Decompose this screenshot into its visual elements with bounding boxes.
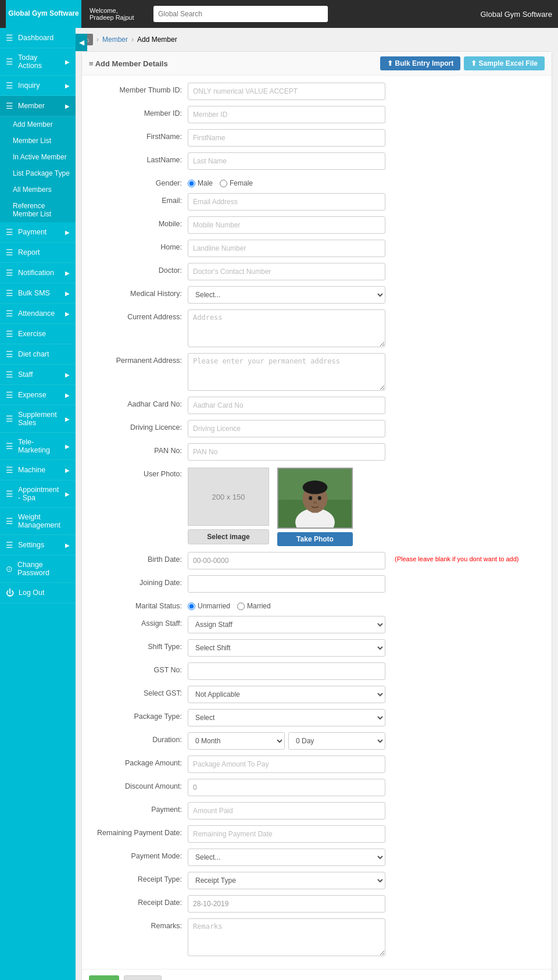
sidebar-item-attendance[interactable]: ☰ Attendance ▶ xyxy=(0,304,76,324)
marital-status-unmarried-option[interactable]: Unmarried xyxy=(188,602,230,610)
save-button[interactable]: Save xyxy=(89,975,119,980)
receipt-type-label: Receipt Type: xyxy=(89,872,182,883)
sidebar-item-change-password[interactable]: ⊙ Change Password xyxy=(0,555,76,583)
sidebar-item-member[interactable]: ☰ Member ▶ xyxy=(0,96,76,116)
sidebar-item-exercise[interactable]: ☰ Exercise xyxy=(0,324,76,344)
assign-staff-select[interactable]: Assign Staff xyxy=(188,616,385,633)
last-name-input[interactable] xyxy=(188,152,385,170)
breadcrumb: ⌂ › Member › Add Member xyxy=(81,34,552,45)
duration-month-select[interactable]: 0 Month xyxy=(188,732,285,750)
header-buttons: ⬆ Bulk Entry Import ⬆ Sample Excel File xyxy=(380,56,545,70)
sidebar-toggle[interactable]: ◀ xyxy=(76,34,87,51)
sidebar-item-settings[interactable]: ☰ Settings ▶ xyxy=(0,535,76,555)
gender-female-option[interactable]: Female xyxy=(220,179,253,187)
sidebar-subitem-member-list[interactable]: Member List xyxy=(0,133,76,149)
mobile-input[interactable] xyxy=(188,216,385,234)
marital-status-row: Marital Status: Unmarried Married xyxy=(89,598,545,610)
aadhar-card-input[interactable] xyxy=(188,397,385,414)
sidebar-subitem-all-members[interactable]: All Members xyxy=(0,181,76,198)
sidebar-item-report[interactable]: ☰ Report xyxy=(0,243,76,263)
sidebar-item-log-out[interactable]: ⏻ Log Out xyxy=(0,583,76,603)
sidebar-item-today-actions[interactable]: ☰ Today Actions ▶ xyxy=(0,48,76,76)
report-icon: ☰ xyxy=(6,248,13,257)
pan-no-input[interactable] xyxy=(188,443,385,461)
breadcrumb-member[interactable]: Member xyxy=(102,35,128,44)
sidebar-item-notification[interactable]: ☰ Notification ▶ xyxy=(0,263,76,283)
select-gst-select[interactable]: Not Applicable xyxy=(188,686,385,703)
sidebar-item-machine[interactable]: ☰ Machine ▶ xyxy=(0,460,76,480)
birth-date-label: Birth Date: xyxy=(89,552,182,564)
receipt-date-input[interactable] xyxy=(188,895,385,913)
content-area: ⌂ › Member › Add Member ≡ Add Member Det… xyxy=(76,28,558,980)
permanent-address-input[interactable] xyxy=(188,353,385,391)
receipt-type-select[interactable]: Receipt Type xyxy=(188,872,385,889)
driving-licence-input[interactable] xyxy=(188,420,385,437)
bulk-sms-icon: ☰ xyxy=(6,288,13,298)
medical-history-select[interactable]: Select... xyxy=(188,286,385,304)
gender-female-radio[interactable] xyxy=(220,180,227,187)
select-image-button[interactable]: Select image xyxy=(188,529,269,544)
marital-unmarried-radio[interactable] xyxy=(188,603,195,610)
chevron-right-icon: ▶ xyxy=(65,290,70,297)
payment-mode-select[interactable]: Select... Cash Card Online xyxy=(188,849,385,866)
remarks-input[interactable] xyxy=(188,918,385,956)
sidebar-subitem-list-package-type[interactable]: List Package Type xyxy=(0,165,76,181)
package-amount-input[interactable] xyxy=(188,756,385,773)
home-input[interactable] xyxy=(188,240,385,257)
sidebar-subitem-add-member[interactable]: Add Member xyxy=(0,116,76,133)
sidebar-item-inquiry[interactable]: ☰ Inquiry ▶ xyxy=(0,76,76,96)
notification-icon: ☰ xyxy=(6,268,13,277)
sidebar-item-bulk-sms[interactable]: ☰ Bulk SMS ▶ xyxy=(0,283,76,304)
discount-amount-label: Discount Amount: xyxy=(89,779,182,790)
doctor-label: Doctor: xyxy=(89,263,182,275)
email-input[interactable] xyxy=(188,193,385,211)
sidebar-item-tele-marketing[interactable]: ☰ Tele-Marketing ▶ xyxy=(0,433,76,460)
chevron-right-icon: ▶ xyxy=(65,416,70,422)
joining-date-input[interactable] xyxy=(188,575,385,593)
gender-male-radio[interactable] xyxy=(188,180,195,187)
change-password-icon: ⊙ xyxy=(6,564,13,573)
mobile-label: Mobile: xyxy=(89,216,182,228)
marital-status-married-option[interactable]: Married xyxy=(237,602,271,610)
payment-input[interactable] xyxy=(188,802,385,819)
birth-date-row: Birth Date: (Please leave blank if you d… xyxy=(89,552,545,569)
sidebar-item-dashboard[interactable]: ☰ Dashboard xyxy=(0,28,76,48)
member-id-input[interactable] xyxy=(188,106,385,123)
take-photo-button[interactable]: Take Photo xyxy=(277,532,353,546)
sidebar-item-diet-chart[interactable]: ☰ Diet chart xyxy=(0,344,76,365)
birth-date-input[interactable] xyxy=(188,552,385,569)
member-thumb-id-input[interactable] xyxy=(188,83,385,100)
site-name-header: Global Gym Software xyxy=(480,10,552,19)
remaining-payment-date-input[interactable] xyxy=(188,825,385,843)
member-thumb-id-label: Member Thumb ID: xyxy=(89,83,182,94)
sample-excel-button[interactable]: ⬆ Sample Excel File xyxy=(464,56,545,70)
user-photo-label: User Photo: xyxy=(89,466,182,478)
cancel-button[interactable]: Cancel xyxy=(124,975,162,980)
duration-day-select[interactable]: 0 Day xyxy=(288,732,385,750)
current-address-input[interactable] xyxy=(188,309,385,347)
sidebar-item-payment[interactable]: ☰ Payment ▶ xyxy=(0,222,76,243)
chevron-right-icon: ▶ xyxy=(65,270,70,276)
package-amount-label: Package Amount: xyxy=(89,756,182,767)
sidebar-item-supplement-sales[interactable]: ☰ Supplement Sales ▶ xyxy=(0,405,76,433)
gst-no-input[interactable] xyxy=(188,662,385,680)
gender-male-option[interactable]: Male xyxy=(188,179,213,187)
breadcrumb-current: Add Member xyxy=(137,35,177,44)
package-type-select[interactable]: Select xyxy=(188,709,385,726)
bulk-entry-import-button[interactable]: ⬆ Bulk Entry Import xyxy=(380,56,460,70)
discount-amount-input[interactable] xyxy=(188,779,385,796)
package-type-label: Package Type: xyxy=(89,709,182,721)
sidebar-item-weight-management[interactable]: ☰ Weight Management xyxy=(0,508,76,535)
sidebar-item-appointment-spa[interactable]: ☰ Appointment - Spa ▶ xyxy=(0,480,76,508)
sidebar-subitem-in-active-member[interactable]: In Active Member xyxy=(0,149,76,165)
first-name-input[interactable] xyxy=(188,129,385,147)
sidebar-subitem-reference-member-list[interactable]: Reference Member List xyxy=(0,198,76,222)
shift-type-select[interactable]: Select Shift xyxy=(188,639,385,657)
sidebar-item-staff[interactable]: ☰ Staff ▶ xyxy=(0,365,76,385)
sidebar-item-expense[interactable]: ☰ Expense ▶ xyxy=(0,385,76,405)
marital-married-radio[interactable] xyxy=(237,603,245,610)
driving-licence-row: Driving Licence: xyxy=(89,420,545,437)
svg-point-5 xyxy=(303,480,328,494)
search-input[interactable] xyxy=(153,6,328,22)
doctor-input[interactable] xyxy=(188,263,385,280)
